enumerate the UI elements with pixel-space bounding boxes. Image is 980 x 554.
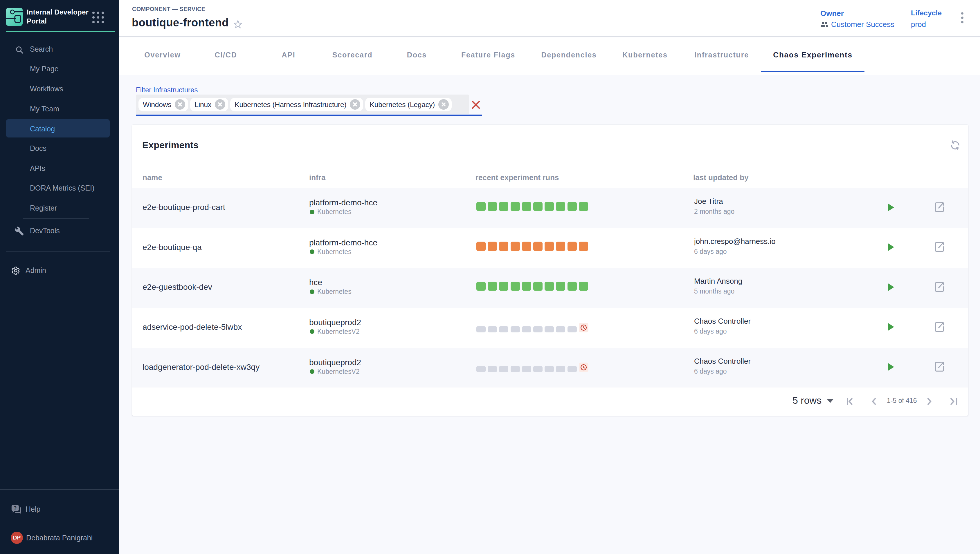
svg-text:?: ?: [14, 505, 16, 511]
